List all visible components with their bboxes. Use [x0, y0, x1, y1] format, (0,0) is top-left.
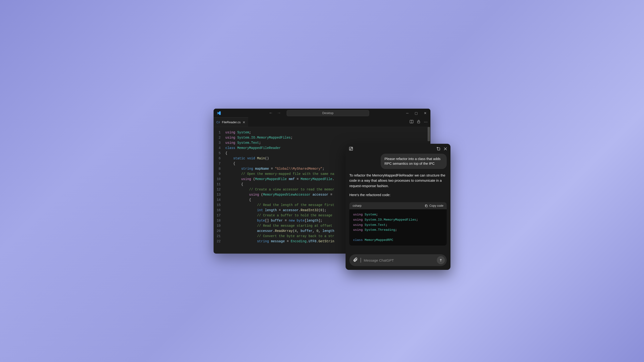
tab-close-icon[interactable]: ✕ — [242, 120, 246, 124]
csharp-file-icon: C# — [216, 121, 220, 124]
copy-icon — [425, 204, 428, 208]
tab-filereader[interactable]: C# FileReader.cs ✕ — [214, 117, 248, 127]
svg-rect-2 — [418, 121, 420, 123]
user-message: Please refactor into a class that adds R… — [381, 154, 447, 169]
code-text: string message = Encoding.UTF8.GetStrin — [225, 239, 334, 244]
command-center-text: Desktop — [322, 111, 334, 115]
code-text: // Convert the byte array back to a str — [225, 234, 334, 239]
chat-input-box — [349, 254, 447, 266]
code-line: class MemoryMappedRPC — [353, 238, 443, 243]
assistant-paragraph-2: Here's the refactored code: — [349, 192, 447, 198]
arrow-up-icon — [439, 258, 443, 262]
svg-rect-7 — [426, 205, 427, 207]
code-text: using System.Text; — [225, 140, 261, 146]
scrollbar-thumb[interactable] — [428, 127, 430, 141]
code-block-header: csharp Copy code — [349, 202, 447, 209]
titlebar: ← → Desktop ─ ▢ ✕ — [214, 109, 430, 118]
code-block-content[interactable]: using System;using System.IO.MemoryMappe… — [349, 209, 447, 246]
code-text: // Create a buffer to hold the message — [225, 213, 334, 218]
line-number: 19 — [214, 223, 225, 228]
close-chat-icon[interactable] — [444, 147, 447, 150]
input-cursor — [361, 258, 361, 262]
expand-icon[interactable] — [436, 147, 440, 150]
vscode-logo-icon — [216, 111, 221, 116]
code-line: 1using System; — [214, 130, 430, 135]
line-number: 14 — [214, 197, 225, 202]
line-number: 10 — [214, 176, 225, 182]
code-text: { — [225, 161, 235, 166]
code-line: using System.IO.MemoryMappedFiles; — [353, 217, 443, 222]
line-number: 21 — [214, 234, 225, 239]
attach-icon[interactable] — [353, 257, 358, 263]
chat-input-area — [346, 252, 450, 270]
assistant-paragraph-1: To refactor the MemoryMappedFileReader w… — [349, 173, 447, 188]
line-number: 13 — [214, 192, 225, 197]
line-number: 2 — [214, 135, 225, 140]
code-text: using System.IO.MemoryMappedFiles; — [225, 135, 293, 140]
code-text: // Read the length of the message first — [225, 202, 334, 208]
code-text: { — [225, 182, 243, 187]
code-line — [353, 232, 443, 238]
code-text: using (MemoryMappedFile mmf = MemoryMapp… — [225, 176, 334, 182]
code-text: byte[] buffer = new byte[length]; — [225, 218, 322, 223]
chat-body: Please refactor into a class that adds R… — [346, 154, 450, 252]
svg-rect-4 — [438, 148, 440, 150]
line-number: 20 — [214, 228, 225, 234]
close-window-icon[interactable]: ✕ — [423, 110, 428, 116]
code-text: string mapName = "Global\\MySharedMemory… — [225, 166, 324, 171]
line-number: 5 — [214, 150, 225, 156]
minimize-icon[interactable]: ─ — [405, 110, 410, 116]
code-line: using System.Threading; — [353, 228, 443, 232]
line-number: 6 — [214, 156, 225, 161]
maximize-icon[interactable]: ▢ — [414, 110, 419, 116]
tab-bar: C# FileReader.cs ✕ ⋯ — [214, 118, 430, 127]
line-number: 17 — [214, 213, 225, 218]
line-number: 18 — [214, 218, 225, 223]
code-text: using System; — [225, 130, 251, 135]
chatgpt-window: Please refactor into a class that adds R… — [346, 144, 450, 270]
code-text: // Open the memory-mapped file with the … — [225, 171, 334, 176]
line-number: 16 — [214, 208, 225, 213]
line-number: 8 — [214, 166, 225, 171]
nav-back-icon[interactable]: ← — [267, 110, 274, 116]
line-number: 7 — [214, 161, 225, 166]
new-chat-icon[interactable] — [349, 146, 353, 151]
copy-code-button[interactable]: Copy code — [425, 204, 444, 208]
line-number: 1 — [214, 130, 225, 135]
line-number: 3 — [214, 140, 225, 146]
code-text: // Create a view accessor to read the me… — [225, 187, 334, 192]
code-block: csharp Copy code using System;using Syst… — [349, 202, 447, 246]
line-number: 11 — [214, 182, 225, 187]
more-actions-icon[interactable]: ⋯ — [424, 120, 428, 124]
code-text: static void Main() — [225, 156, 269, 161]
line-number: 15 — [214, 202, 225, 208]
nav-forward-icon[interactable]: → — [275, 110, 282, 116]
code-language-label: csharp — [353, 204, 362, 208]
code-text: { — [225, 197, 251, 202]
code-line: using System; — [353, 212, 443, 217]
chat-input[interactable] — [364, 258, 434, 262]
line-number: 4 — [214, 146, 225, 150]
code-text: using (MemoryMappedViewAccessor accessor… — [225, 192, 334, 197]
code-line: 2using System.IO.MemoryMappedFiles; — [214, 135, 430, 140]
send-button[interactable] — [437, 256, 445, 264]
line-number: 22 — [214, 239, 225, 244]
chat-header — [346, 144, 450, 154]
code-line: using System.Text; — [353, 222, 443, 228]
command-center[interactable]: Desktop — [287, 110, 369, 116]
copy-code-label: Copy code — [429, 204, 444, 208]
code-text: class MemoryMappedFileReader — [225, 146, 281, 150]
line-number: 12 — [214, 187, 225, 192]
lock-icon[interactable] — [417, 120, 420, 124]
split-editor-icon[interactable] — [410, 120, 414, 124]
code-text: { — [225, 150, 227, 156]
line-number: 9 — [214, 171, 225, 176]
tab-filename: FileReader.cs — [222, 120, 240, 124]
code-text: accessor.ReadArray(4, buffer, 0, length — [225, 228, 334, 234]
code-text: int length = accessor.ReadInt32(0); — [225, 208, 326, 213]
code-text: // Read the message starting at offset — [225, 223, 334, 228]
